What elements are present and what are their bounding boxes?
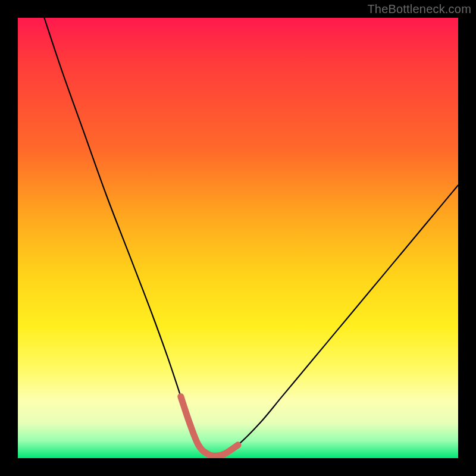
highlight-bottom-path <box>181 396 238 456</box>
bottleneck-curve-path <box>44 18 458 456</box>
curve-svg <box>18 18 458 458</box>
watermark-text: TheBottleneck.com <box>367 2 471 16</box>
plot-area <box>18 18 458 458</box>
chart-frame: TheBottleneck.com <box>0 0 476 476</box>
